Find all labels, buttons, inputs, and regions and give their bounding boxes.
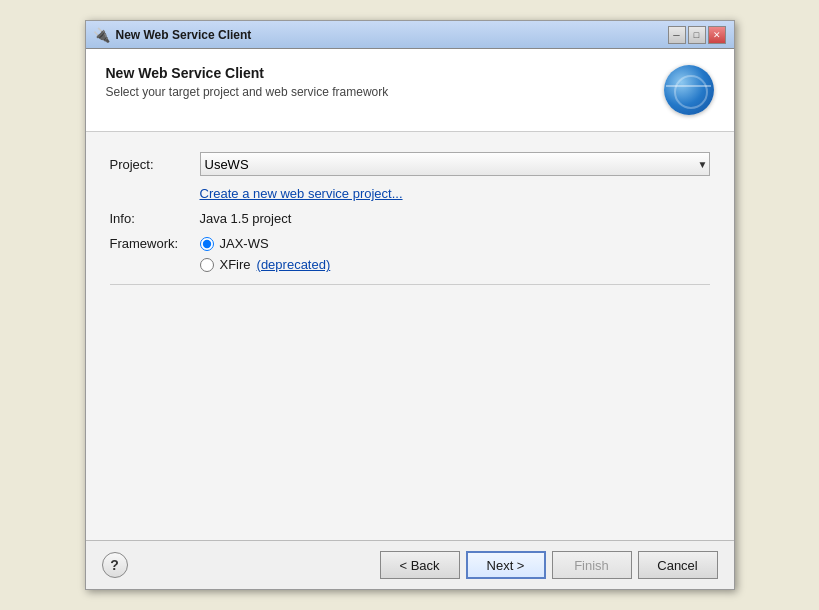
framework-label: Framework: — [110, 236, 200, 251]
xfire-label: XFire — [220, 257, 251, 272]
jaxws-option[interactable]: JAX-WS — [200, 236, 331, 251]
maximize-button[interactable]: □ — [688, 26, 706, 44]
project-control: UseWS ▼ — [200, 152, 710, 176]
dialog-subtitle: Select your target project and web servi… — [106, 85, 664, 99]
section-divider — [110, 284, 710, 285]
info-label: Info: — [110, 211, 200, 226]
deprecated-link[interactable]: (deprecated) — [257, 257, 331, 272]
window-icon: 🔌 — [94, 27, 110, 43]
info-value: Java 1.5 project — [200, 211, 292, 226]
next-button[interactable]: Next > — [466, 551, 546, 579]
create-project-link[interactable]: Create a new web service project... — [200, 186, 403, 201]
framework-options: JAX-WS XFire (deprecated) — [200, 236, 331, 272]
header-text: New Web Service Client Select your targe… — [106, 65, 664, 99]
jaxws-radio[interactable] — [200, 237, 214, 251]
project-row: Project: UseWS ▼ — [110, 152, 710, 176]
project-dropdown-wrapper: UseWS ▼ — [200, 152, 710, 176]
cancel-button[interactable]: Cancel — [638, 551, 718, 579]
title-bar: 🔌 New Web Service Client ─ □ ✕ — [86, 21, 734, 49]
globe-icon — [664, 65, 714, 115]
project-label: Project: — [110, 157, 200, 172]
content-section: Project: UseWS ▼ Create a new web servic… — [86, 132, 734, 540]
header: New Web Service Client Select your targe… — [86, 49, 734, 132]
dialog-title: New Web Service Client — [106, 65, 664, 81]
xfire-radio[interactable] — [200, 258, 214, 272]
window-title: New Web Service Client — [116, 28, 668, 42]
xfire-option[interactable]: XFire (deprecated) — [200, 257, 331, 272]
window-controls: ─ □ ✕ — [668, 26, 726, 44]
close-button[interactable]: ✕ — [708, 26, 726, 44]
info-row: Info: Java 1.5 project — [110, 211, 710, 226]
jaxws-label: JAX-WS — [220, 236, 269, 251]
minimize-button[interactable]: ─ — [668, 26, 686, 44]
create-link-row: Create a new web service project... — [200, 186, 710, 201]
footer-buttons: < Back Next > Finish Cancel — [380, 551, 718, 579]
back-button[interactable]: < Back — [380, 551, 460, 579]
framework-row: Framework: JAX-WS XFire (deprecated) — [110, 236, 710, 272]
help-button[interactable]: ? — [102, 552, 128, 578]
footer-left: ? — [102, 552, 128, 578]
footer: ? < Back Next > Finish Cancel — [86, 540, 734, 589]
main-window: 🔌 New Web Service Client ─ □ ✕ New Web S… — [85, 20, 735, 590]
info-control: Java 1.5 project — [200, 211, 710, 226]
finish-button[interactable]: Finish — [552, 551, 632, 579]
project-dropdown[interactable]: UseWS — [200, 152, 710, 176]
